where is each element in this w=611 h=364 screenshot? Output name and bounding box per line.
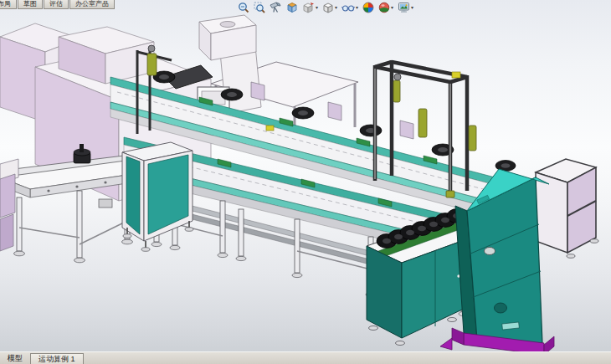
section-view-button[interactable] — [285, 1, 300, 14]
glasses-icon — [341, 2, 355, 13]
tab-office-products[interactable]: 办公室产品 — [69, 0, 115, 9]
display-cube-icon — [322, 2, 334, 13]
display-style-button[interactable]: ▾ — [321, 1, 339, 14]
section-cube-icon — [286, 2, 298, 13]
graphics-viewport[interactable] — [0, 0, 611, 352]
view-settings-button[interactable]: ▾ — [396, 1, 415, 14]
zoom-to-fit-button[interactable] — [236, 1, 251, 14]
lavender-cabinet[interactable] — [536, 159, 598, 258]
apply-scene-button[interactable]: ▾ — [377, 1, 395, 14]
telescope-icon — [270, 2, 282, 13]
dropdown-caret: ▾ — [316, 5, 318, 10]
orientation-cube-icon — [302, 2, 315, 13]
zoom-to-area-button[interactable] — [252, 1, 267, 14]
monitor-icon — [398, 2, 410, 13]
solidworks-window: 布局 草图 评估 办公室产品 — [0, 0, 611, 364]
heads-up-view-toolbar: ▾ ▾ ▾ — [236, 0, 415, 14]
edit-appearance-button[interactable] — [361, 1, 376, 14]
magnifier-area-icon — [254, 2, 265, 13]
dropdown-caret: ▾ — [356, 5, 358, 10]
cad-viewport-scene[interactable] — [0, 0, 611, 351]
previous-view-button[interactable] — [268, 1, 284, 14]
dropdown-caret: ▾ — [335, 5, 337, 10]
dropdown-caret: ▾ — [411, 5, 413, 10]
tab-sketch[interactable]: 草图 — [18, 0, 43, 9]
command-manager-tabs: 布局 草图 评估 办公室产品 — [0, 0, 116, 9]
tab-layout[interactable]: 布局 — [0, 0, 17, 9]
study-tab-bar: 模型 运动算例 1 — [0, 351, 611, 364]
magnifier-icon — [238, 2, 249, 13]
view-orientation-button[interactable]: ▾ — [300, 1, 320, 14]
scene-sphere-icon — [378, 2, 390, 13]
tab-evaluate[interactable]: 评估 — [44, 0, 69, 9]
color-ball-icon — [362, 2, 374, 13]
tab-model[interactable]: 模型 — [0, 353, 30, 363]
tab-motion-study-1[interactable]: 运动算例 1 — [30, 353, 84, 364]
left-edge-boxes[interactable] — [0, 159, 18, 251]
dropdown-caret: ▾ — [391, 5, 393, 10]
hide-show-items-button[interactable]: ▾ — [340, 1, 360, 14]
teal-panel-cabinet[interactable] — [122, 142, 193, 251]
